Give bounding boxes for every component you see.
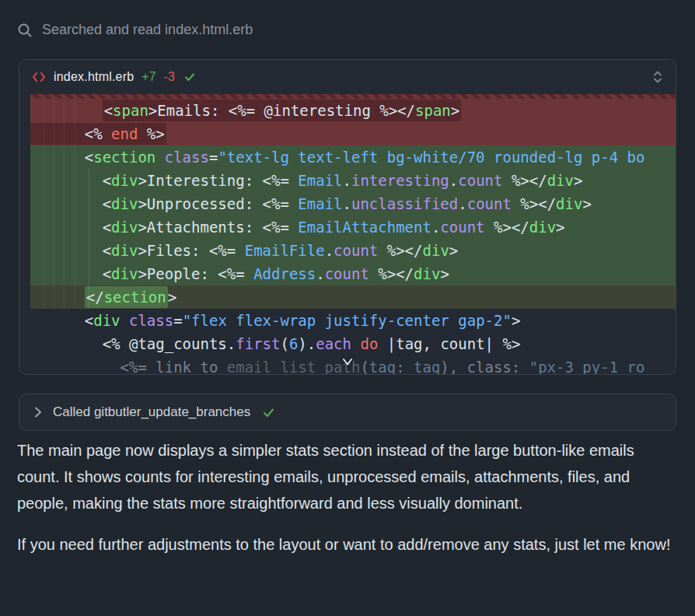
diff-additions: +7	[141, 70, 155, 84]
diff-word-highlight: </section	[85, 286, 168, 308]
message-paragraph: If you need further adjustments to the l…	[17, 531, 676, 558]
chevron-down-icon[interactable]	[341, 357, 354, 368]
code-line: <div>Attachments: <%= EmailAttachment.co…	[30, 215, 676, 239]
diff-word-highlight: <span>Emails: <%= @interesting %></span>	[103, 100, 462, 121]
indent-guide	[89, 169, 89, 309]
up-down-chevron-icon[interactable]	[652, 70, 663, 84]
diff-filename: index.html.erb	[54, 70, 134, 84]
chat-transcript: Searched and read index.html.erb index.h…	[0, 0, 695, 616]
search-icon	[17, 23, 33, 38]
tool-call-label: Called gitbutler_update_branches	[53, 404, 250, 420]
code-line: <div>Interesting: <%= Email.interesting.…	[30, 169, 676, 192]
chevron-right-icon	[33, 406, 42, 418]
assistant-message: The main page now displays a simpler sta…	[17, 437, 676, 558]
diff-card-header[interactable]: index.html.erb +7 -3	[19, 60, 676, 94]
code-line: <div>Unprocessed: <%= Email.unclassified…	[30, 192, 676, 215]
diff-deletions: -3	[164, 70, 175, 84]
search-status-text: Searched and read index.html.erb	[42, 22, 253, 38]
indent-guide	[64, 99, 65, 309]
diff-card: index.html.erb +7 -3 <span>Emails: <%= @…	[19, 59, 676, 375]
tool-call-card[interactable]: Called gitbutler_update_branches	[19, 394, 676, 431]
code-lines: <span>Emails: <%= @interesting %></span>…	[19, 99, 676, 375]
indent-guide	[44, 99, 44, 309]
message-paragraph: The main page now displays a simpler sta…	[17, 437, 676, 516]
indent-guide	[75, 99, 75, 309]
indent-guide	[54, 99, 54, 309]
code-line: <div class="flex flex-wrap justify-cente…	[30, 309, 676, 332]
code-line: </section>	[30, 285, 676, 309]
code-line: <% @tag_counts.first(6).each do |tag, co…	[30, 332, 676, 355]
code-line: <span>Emails: <%= @interesting %></span>	[30, 99, 676, 122]
check-icon	[261, 406, 276, 419]
diff-word-highlight: <% end %>	[30, 123, 166, 145]
code-diff-view[interactable]: <span>Emails: <%= @interesting %></span>…	[19, 94, 676, 375]
search-status-row: Searched and read index.html.erb	[17, 22, 253, 38]
code-line: <div>People: <%= Address.count %></div>	[30, 262, 676, 285]
code-line: <div>Files: <%= EmailFile.count %></div>	[30, 239, 676, 262]
check-icon	[183, 71, 197, 83]
code-icon	[32, 71, 46, 83]
code-line: <% end %>	[30, 122, 676, 145]
code-line: <section class="text-lg text-left bg-whi…	[30, 145, 676, 169]
